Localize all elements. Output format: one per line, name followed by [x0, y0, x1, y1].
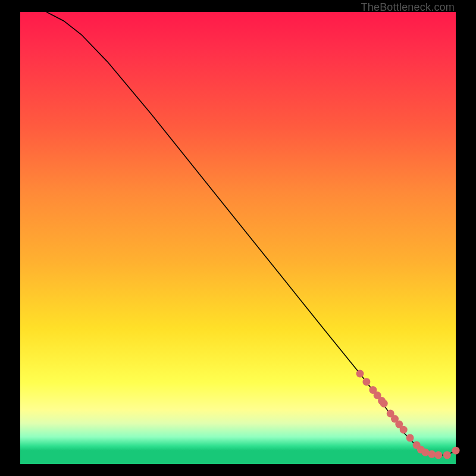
chart-curve — [46, 12, 456, 455]
chart-plot-area — [20, 12, 456, 464]
chart-dot — [421, 449, 429, 456]
chart-dot — [380, 400, 388, 408]
chart-dot — [400, 426, 408, 434]
chart-dot — [452, 447, 460, 455]
chart-highlight-dots — [356, 370, 460, 459]
chart-dot — [434, 451, 442, 459]
chart-dot — [428, 450, 436, 458]
chart-dot — [356, 370, 364, 378]
chart-dot — [362, 378, 370, 386]
chart-svg — [20, 12, 456, 464]
chart-dot — [406, 434, 414, 441]
chart-dot — [443, 451, 451, 459]
